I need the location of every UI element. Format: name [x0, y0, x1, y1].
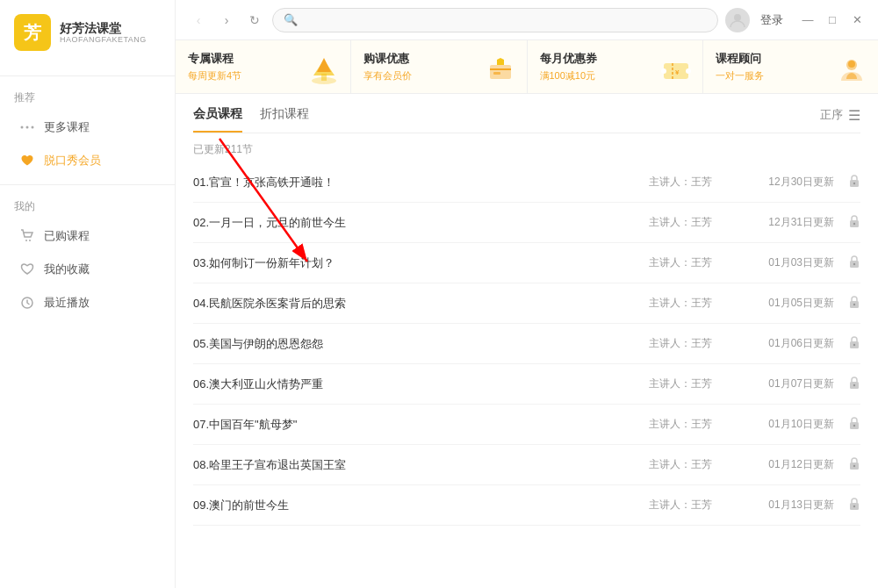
lock-icon [834, 174, 860, 190]
course-row[interactable]: 05.美国与伊朗的恩恩怨怨 主讲人：王芳 01月06日更新 [193, 324, 860, 364]
course-row[interactable]: 03.如何制订一份新年计划？ 主讲人：王芳 01月03日更新 [193, 243, 860, 283]
sidebar-item-member[interactable]: 脱口秀会员 [5, 144, 169, 177]
sidebar-recent-label: 最近播放 [44, 295, 90, 311]
forward-button[interactable]: › [216, 10, 237, 31]
svg-text:¥: ¥ [675, 68, 680, 76]
logo-name: 好芳法课堂 [60, 21, 147, 36]
favorites-icon [19, 262, 35, 277]
maximize-button[interactable]: □ [824, 11, 841, 29]
course-author: 主讲人：王芳 [623, 215, 738, 230]
svg-point-6 [734, 14, 741, 21]
svg-point-38 [853, 506, 855, 507]
svg-rect-12 [493, 72, 500, 75]
minimize-button[interactable]: — [799, 11, 817, 29]
course-row[interactable]: 06.澳大利亚山火情势严重 主讲人：王芳 01月07日更新 [193, 364, 860, 405]
sidebar-item-recent[interactable]: 最近播放 [5, 286, 169, 319]
sidebar-item-purchased[interactable]: 已购课程 [5, 219, 169, 253]
login-button[interactable]: 登录 [760, 12, 783, 28]
sidebar-member-label: 脱口秀会员 [44, 153, 101, 169]
sidebar-purchased-label: 已购课程 [44, 228, 90, 244]
main-content: ‹ › ↻ 🔍 登录 — □ ✕ 专属课程 每周更新4节 [176, 0, 878, 588]
user-avatar [725, 8, 750, 32]
course-list: 01.官宣！京张高铁开通啦！ 主讲人：王芳 12月30日更新 02.一月一日，元… [193, 162, 860, 526]
search-icon: 🔍 [284, 13, 298, 26]
svg-marker-10 [317, 58, 331, 72]
course-date: 01月03日更新 [738, 255, 834, 270]
search-bar[interactable]: 🔍 [272, 8, 718, 32]
course-title: 08.哈里王子宣布退出英国王室 [193, 457, 623, 473]
course-title: 09.澳门的前世今生 [193, 498, 623, 513]
course-date: 01月05日更新 [738, 296, 834, 311]
svg-point-22 [853, 183, 855, 184]
sidebar-item-favorites[interactable]: 我的收藏 [5, 253, 169, 286]
lock-icon [834, 416, 860, 433]
logo-text: 好芳法课堂 HAOFANGFAKETANG [60, 21, 147, 45]
course-row[interactable]: 07.中国百年"航母梦" 主讲人：王芳 01月10日更新 [193, 405, 860, 445]
course-title: 01.官宣！京张高铁开通啦！ [193, 175, 623, 190]
svg-point-2 [32, 126, 34, 129]
sidebar-item-more-courses[interactable]: 更多课程 [5, 111, 169, 144]
banner-item-2[interactable]: 每月优惠券 满100减10元 ¥ [528, 40, 703, 93]
tabs-row: 会员课程 折扣课程 正序 ☰ [193, 94, 860, 133]
close-button[interactable]: ✕ [848, 11, 866, 29]
update-info: 已更新211节 [193, 133, 860, 162]
dots-icon [19, 119, 35, 135]
tab-member-courses[interactable]: 会员课程 [193, 106, 242, 133]
course-date: 01月12日更新 [738, 457, 834, 472]
logo-pinyin: HAOFANGFAKETANG [60, 35, 147, 44]
sort-area[interactable]: 正序 ☰ [820, 107, 860, 133]
course-row[interactable]: 01.官宣！京张高铁开通啦！ 主讲人：王芳 12月30日更新 [193, 162, 860, 203]
course-row[interactable]: 04.民航医院杀医案背后的思索 主讲人：王芳 01月05日更新 [193, 283, 860, 324]
svg-point-3 [25, 240, 27, 241]
course-title: 07.中国百年"航母梦" [193, 417, 623, 433]
svg-point-36 [853, 465, 855, 467]
refresh-button[interactable]: ↻ [244, 10, 265, 31]
sidebar-more-courses-label: 更多课程 [44, 119, 90, 135]
logo-icon: 芳 [14, 14, 51, 51]
banner-icon-2: ¥ [658, 54, 694, 86]
course-author: 主讲人：王芳 [623, 457, 738, 472]
svg-point-26 [853, 263, 855, 265]
banner: 专属课程 每周更新4节 购课优惠 享有会员价 [176, 40, 878, 94]
recommend-label: 推荐 [0, 83, 175, 111]
lock-icon [834, 376, 860, 392]
svg-point-15 [661, 68, 666, 74]
svg-point-4 [29, 240, 31, 241]
course-author: 主讲人：王芳 [623, 336, 738, 351]
sidebar-divider-1 [0, 75, 175, 76]
sidebar-favorites-label: 我的收藏 [44, 262, 90, 277]
svg-point-16 [686, 68, 691, 74]
mine-label: 我的 [0, 192, 175, 219]
topbar-right: 登录 [725, 8, 783, 32]
svg-point-28 [853, 304, 855, 305]
back-button[interactable]: ‹ [188, 10, 209, 31]
heart-icon [19, 153, 35, 169]
course-title: 02.一月一日，元旦的前世今生 [193, 215, 623, 231]
course-row[interactable]: 09.澳门的前世今生 主讲人：王芳 01月13日更新 [193, 485, 860, 526]
sort-icon: ☰ [848, 107, 860, 124]
course-title: 04.民航医院杀医案背后的思索 [193, 296, 623, 312]
banner-item-3[interactable]: 课程顾问 一对一服务 [703, 40, 878, 93]
content-area: 会员课程 折扣课程 正序 ☰ 已更新211节 01.官宣！京张高铁开通啦！ 主讲… [176, 94, 878, 588]
course-date: 01月07日更新 [738, 376, 834, 391]
course-author: 主讲人：王芳 [623, 255, 738, 270]
banner-icon-0 [306, 54, 342, 86]
svg-point-1 [26, 126, 29, 129]
logo-area: 芳 好芳法课堂 HAOFANGFAKETANG [0, 0, 175, 68]
lock-icon [834, 295, 860, 312]
course-title: 03.如何制订一份新年计划？ [193, 255, 623, 271]
tab-discount-courses[interactable]: 折扣课程 [260, 106, 309, 133]
lock-icon [834, 255, 860, 271]
banner-item-0[interactable]: 专属课程 每周更新4节 [176, 40, 351, 93]
course-row[interactable]: 08.哈里王子宣布退出英国王室 主讲人：王芳 01月12日更新 [193, 445, 860, 485]
lock-icon [834, 456, 860, 473]
svg-point-20 [848, 61, 855, 68]
recent-icon [19, 295, 35, 311]
course-date: 01月06日更新 [738, 336, 834, 351]
course-author: 主讲人：王芳 [623, 417, 738, 432]
course-author: 主讲人：王芳 [623, 498, 738, 513]
course-title: 06.澳大利亚山火情势严重 [193, 376, 623, 392]
course-date: 01月10日更新 [738, 417, 834, 432]
course-row[interactable]: 02.一月一日，元旦的前世今生 主讲人：王芳 12月31日更新 [193, 203, 860, 243]
banner-item-1[interactable]: 购课优惠 享有会员价 [351, 40, 527, 93]
